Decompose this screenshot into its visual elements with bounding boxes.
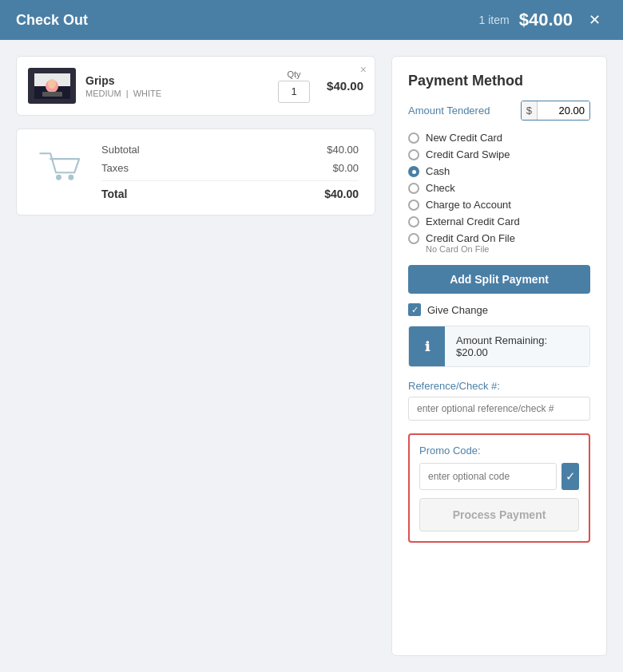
subtotal-line: Subtotal $40.00 — [101, 140, 359, 159]
radio-external-credit-card[interactable] — [408, 216, 419, 227]
qty-label: Qty — [287, 69, 300, 79]
item-price: $40.00 — [319, 79, 363, 93]
promo-input[interactable] — [419, 463, 557, 490]
promo-section: Promo Code: ✓ Process Payment — [408, 433, 590, 543]
svg-point-8 — [68, 175, 73, 180]
ref-input[interactable] — [408, 397, 590, 421]
payment-option-label-external-credit-card: External Credit Card — [426, 215, 520, 227]
checkout-title: Check Out — [16, 12, 88, 29]
summary-lines: Subtotal $40.00 Taxes $0.00 Total $40.00 — [101, 140, 359, 204]
taxes-value: $0.00 — [332, 162, 359, 174]
process-payment-button[interactable]: Process Payment — [419, 498, 579, 532]
radio-new-credit-card[interactable] — [408, 132, 419, 144]
total-value: $40.00 — [324, 188, 359, 200]
subtotal-value: $40.00 — [327, 144, 359, 156]
dollar-sign: $ — [522, 101, 538, 120]
right-panel: Payment Method Amount Tendered $ New Cre… — [391, 56, 607, 656]
total-line: Total $40.00 — [101, 180, 359, 204]
item-variant: MEDIUM | WHITE — [85, 89, 268, 98]
subtotal-label: Subtotal — [101, 144, 140, 156]
payment-option-credit-card-on-file[interactable]: Credit Card On File No Card On File — [408, 232, 590, 254]
checkout-header: Check Out 1 item $40.00 ✕ — [0, 0, 623, 40]
item-details: Grips MEDIUM | WHITE — [85, 74, 268, 98]
promo-apply-button[interactable]: ✓ — [561, 463, 579, 490]
radio-check[interactable] — [408, 183, 419, 194]
header-right: 1 item $40.00 ✕ — [479, 8, 607, 32]
qty-value[interactable]: 1 — [278, 81, 310, 103]
item-image — [28, 68, 76, 104]
give-change-checkbox[interactable] — [408, 303, 421, 316]
amount-tendered-input-wrap: $ — [521, 101, 590, 121]
payment-option-charge-to-account[interactable]: Charge to Account — [408, 199, 590, 211]
amount-tendered-row: Amount Tendered $ — [408, 101, 590, 121]
ref-label: Reference/Check #: — [408, 380, 590, 392]
payment-option-label-cash: Cash — [426, 165, 450, 177]
radio-cash[interactable] — [408, 166, 419, 177]
svg-rect-5 — [42, 92, 62, 97]
info-icon: ℹ — [409, 326, 445, 366]
payment-option-cash[interactable]: Cash — [408, 165, 590, 177]
item-name: Grips — [85, 74, 268, 87]
svg-point-4 — [48, 79, 56, 89]
give-change-row[interactable]: Give Change — [408, 303, 590, 316]
promo-row: ✓ — [419, 463, 579, 490]
radio-credit-card-on-file[interactable] — [408, 233, 419, 244]
close-button[interactable]: ✕ — [582, 8, 607, 32]
promo-label: Promo Code: — [419, 445, 579, 457]
give-change-label: Give Change — [427, 304, 488, 316]
payment-option-label-check: Check — [426, 182, 455, 194]
payment-option-new-credit-card[interactable]: New Credit Card — [408, 132, 590, 144]
payment-title: Payment Method — [408, 73, 590, 89]
amount-tendered-input[interactable] — [538, 101, 589, 120]
amount-remaining-text: Amount Remaining: $20.00 — [445, 326, 589, 366]
payment-option-label-credit-card-on-file: Credit Card On File No Card On File — [426, 232, 515, 254]
split-payment-button[interactable]: Add Split Payment — [408, 265, 590, 294]
payment-option-label-new-credit-card: New Credit Card — [426, 132, 502, 144]
amount-remaining-value: $20.00 — [456, 346, 488, 358]
cart-icon-wrap — [33, 140, 89, 187]
taxes-label: Taxes — [101, 162, 129, 174]
header-total-price: $40.00 — [519, 10, 573, 30]
payment-option-label-credit-card-swipe: Credit Card Swipe — [426, 148, 510, 160]
amount-remaining-label: Amount Remaining: — [456, 334, 547, 346]
radio-charge-to-account[interactable] — [408, 200, 419, 211]
remove-item-button[interactable]: × — [360, 63, 367, 76]
total-label: Total — [101, 188, 127, 200]
taxes-line: Taxes $0.00 — [101, 159, 359, 177]
payment-option-label-charge-to-account: Charge to Account — [426, 199, 511, 211]
payment-option-external-credit-card[interactable]: External Credit Card — [408, 215, 590, 227]
item-qty-section: Qty 1 — [278, 69, 310, 103]
left-panel: Grips MEDIUM | WHITE Qty 1 $40.00 × — [16, 56, 375, 656]
svg-point-7 — [56, 175, 62, 180]
summary-card: Subtotal $40.00 Taxes $0.00 Total $40.00 — [16, 128, 375, 215]
amount-remaining-box: ℹ Amount Remaining: $20.00 — [408, 326, 590, 367]
payment-option-credit-card-swipe[interactable]: Credit Card Swipe — [408, 148, 590, 160]
main-content: Grips MEDIUM | WHITE Qty 1 $40.00 × — [0, 40, 623, 672]
header-item-count: 1 item — [479, 14, 510, 26]
radio-credit-card-swipe[interactable] — [408, 149, 419, 160]
amount-tendered-label: Amount Tendered — [408, 105, 514, 117]
cart-item-card: Grips MEDIUM | WHITE Qty 1 $40.00 × — [16, 56, 375, 116]
cart-icon — [37, 147, 85, 187]
payment-options: New Credit Card Credit Card Swipe Cash C… — [408, 132, 590, 254]
payment-option-check[interactable]: Check — [408, 182, 590, 194]
